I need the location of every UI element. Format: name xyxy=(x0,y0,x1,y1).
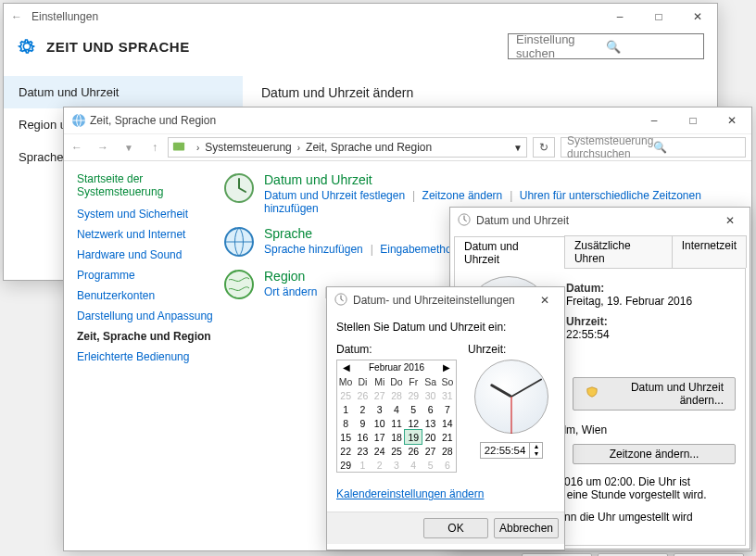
change-tz-button[interactable]: Zeitzone ändern... xyxy=(573,444,736,464)
link-change-location[interactable]: Ort ändern xyxy=(264,285,317,298)
cal-prev-icon[interactable]: ◀ xyxy=(339,362,354,373)
cal-day[interactable]: 11 xyxy=(388,416,405,430)
sidebar-home[interactable]: Startseite der Systemsteuerung xyxy=(77,172,216,198)
cal-next-icon[interactable]: ▶ xyxy=(439,362,454,373)
sidebar-item-system[interactable]: System und Sicherheit xyxy=(77,208,216,221)
cal-day[interactable]: 26 xyxy=(405,444,422,458)
cal-day[interactable]: 22 xyxy=(337,444,354,458)
cal-day[interactable]: 8 xyxy=(337,416,354,430)
set-datetime-dialog: Datum- und Uhrzeiteinstellungen ✕ Stelle… xyxy=(326,286,565,550)
tab-extra[interactable]: Zusätzliche Uhren xyxy=(564,235,673,268)
cal-day[interactable]: 31 xyxy=(439,388,456,402)
cal-day[interactable]: 13 xyxy=(422,416,438,430)
breadcrumb-root[interactable]: Systemsteuerung xyxy=(205,141,291,154)
chevron-down-icon[interactable]: ▼ xyxy=(513,143,523,153)
cal-day[interactable]: 12 xyxy=(405,416,422,430)
sidebar-item-ease[interactable]: Erleichterte Bedienung xyxy=(77,350,216,363)
breadcrumb[interactable]: › Systemsteuerung › Zeit, Sprache und Re… xyxy=(168,137,527,158)
cal-day[interactable]: 16 xyxy=(354,430,371,444)
cal-day[interactable]: 2 xyxy=(372,458,388,472)
link-change-timezone[interactable]: Zeitzone ändern xyxy=(422,189,503,202)
cal-day[interactable]: 25 xyxy=(337,388,354,402)
min-button[interactable]: – xyxy=(635,107,674,133)
close-button[interactable]: ✕ xyxy=(678,4,717,30)
cal-day[interactable]: 19 xyxy=(405,430,422,444)
back-icon[interactable]: ← xyxy=(11,10,22,23)
setdt-title: Datum- und Uhrzeiteinstellungen xyxy=(353,294,515,307)
cal-day[interactable]: 18 xyxy=(388,430,405,444)
time-spinner[interactable]: ▲▼ xyxy=(529,443,542,458)
link-add-language[interactable]: Sprache hinzufügen xyxy=(264,243,363,256)
settings-search[interactable]: Einstellung suchen 🔍 xyxy=(508,33,704,59)
category-datetime-title[interactable]: Datum und Uhrzeit xyxy=(264,172,751,187)
cal-day[interactable]: 14 xyxy=(439,416,456,430)
cal-day[interactable]: 2 xyxy=(354,402,371,416)
cal-day[interactable]: 10 xyxy=(372,416,388,430)
max-button[interactable]: □ xyxy=(639,4,678,30)
cal-day[interactable]: 6 xyxy=(422,402,438,416)
cal-day[interactable]: 25 xyxy=(388,444,405,458)
sidebar-item-users[interactable]: Benutzerkonten xyxy=(77,289,216,302)
link-set-datetime[interactable]: Datum und Uhrzeit festlegen xyxy=(264,189,405,202)
cal-day[interactable]: 17 xyxy=(372,430,388,444)
cal-day[interactable]: 5 xyxy=(422,458,438,472)
time-input-value[interactable]: 22:55:54 xyxy=(481,443,530,458)
cpanel-search[interactable]: Systemsteuerung durchsuchen 🔍 xyxy=(561,137,746,158)
sidebar-item-programs[interactable]: Programme xyxy=(77,269,216,282)
cal-day[interactable]: 21 xyxy=(439,430,456,444)
dt-buttons: OK Abbrechen Übernehmen xyxy=(450,550,750,556)
cal-day[interactable]: 4 xyxy=(388,402,405,416)
cal-day[interactable]: 24 xyxy=(372,444,388,458)
max-button[interactable]: □ xyxy=(674,107,712,133)
sidebar-item-hardware[interactable]: Hardware und Sound xyxy=(77,248,216,261)
tab-datetime[interactable]: Datum und Uhrzeit xyxy=(454,236,565,269)
cal-day[interactable]: 3 xyxy=(372,402,388,416)
dt-titlebar: Datum und Uhrzeit ✕ xyxy=(450,208,750,234)
cal-day[interactable]: 5 xyxy=(405,402,422,416)
nav-fwd-icon[interactable]: → xyxy=(90,141,116,154)
close-button[interactable]: ✕ xyxy=(525,287,564,313)
tab-internet[interactable]: Internetzeit xyxy=(672,235,747,268)
cal-day[interactable]: 29 xyxy=(337,458,354,472)
cal-day[interactable]: 28 xyxy=(388,388,405,402)
cal-day[interactable]: 30 xyxy=(422,388,438,402)
cal-day[interactable]: 1 xyxy=(337,402,354,416)
cal-day[interactable]: 4 xyxy=(405,458,422,472)
cal-day[interactable]: 7 xyxy=(439,402,456,416)
cal-day[interactable]: 26 xyxy=(354,388,371,402)
search-icon: 🔍 xyxy=(606,40,696,54)
nav-item-datetime[interactable]: Datum und Uhrzeit xyxy=(4,76,243,108)
cal-day[interactable]: 1 xyxy=(354,458,371,472)
cal-day[interactable]: 28 xyxy=(439,444,456,458)
cal-day[interactable]: 9 xyxy=(354,416,371,430)
cal-day[interactable]: 23 xyxy=(354,444,371,458)
sidebar-item-time-lang-region[interactable]: Zeit, Sprache und Region xyxy=(77,330,216,343)
min-button[interactable]: – xyxy=(600,4,639,30)
change-datetime-button[interactable]: Datum und Uhrzeit ändern... xyxy=(573,377,736,411)
cancel-button[interactable]: Abbrechen xyxy=(494,518,559,538)
nav-up-icon[interactable]: ↑ xyxy=(142,141,168,154)
refresh-icon[interactable]: ↻ xyxy=(533,137,555,158)
cal-day[interactable]: 6 xyxy=(439,458,456,472)
cal-day[interactable]: 29 xyxy=(405,388,422,402)
nav-back-icon[interactable]: ← xyxy=(64,141,90,154)
cal-month[interactable]: Februar 2016 xyxy=(365,362,428,373)
close-button[interactable]: ✕ xyxy=(711,208,750,234)
settings-titlebar: ← Einstellungen – □ ✕ xyxy=(4,4,717,30)
nav-recent-icon[interactable]: ▼ xyxy=(116,143,142,153)
sidebar-item-network[interactable]: Netzwerk und Internet xyxy=(77,228,216,241)
close-button[interactable]: ✕ xyxy=(712,107,751,133)
cal-day[interactable]: 20 xyxy=(422,430,438,444)
ok-button[interactable]: OK xyxy=(423,518,488,538)
time-input[interactable]: 22:55:54 ▲▼ xyxy=(480,442,544,459)
cal-day[interactable]: 27 xyxy=(372,388,388,402)
date-label: Datum: xyxy=(336,343,457,356)
settings-header: ZEIT UND SPRACHE Einstellung suchen 🔍 xyxy=(4,30,717,76)
cal-day[interactable]: 15 xyxy=(337,430,354,444)
cal-day[interactable]: 3 xyxy=(388,458,405,472)
calendar-settings-link[interactable]: Kalendereinstellungen ändern xyxy=(336,487,484,500)
sidebar-item-appearance[interactable]: Darstellung und Anpassung xyxy=(77,310,216,322)
calendar[interactable]: ◀ Februar 2016 ▶ MoDiMiDoFrSaSo252627282… xyxy=(336,360,457,473)
breadcrumb-current[interactable]: Zeit, Sprache und Region xyxy=(306,141,432,154)
cal-day[interactable]: 27 xyxy=(422,444,438,458)
